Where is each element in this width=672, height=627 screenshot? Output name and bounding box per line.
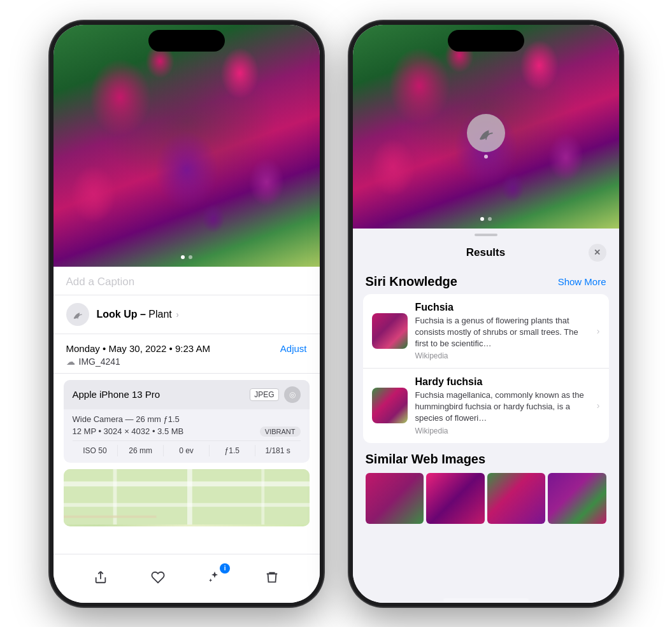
photo-area[interactable] bbox=[54, 25, 320, 267]
camera-model: Apple iPhone 13 Pro bbox=[73, 389, 161, 400]
siri-knowledge-header: Siri Knowledge Show More bbox=[353, 268, 619, 294]
similar-img-1[interactable] bbox=[366, 473, 424, 524]
svg-rect-5 bbox=[261, 469, 264, 525]
meta-row: Monday • May 30, 2022 • 9:23 AM Adjust bbox=[66, 343, 307, 354]
format-badge: JPEG bbox=[250, 388, 278, 401]
left-phone: Add a Caption Look Up – Plant › Mond bbox=[50, 21, 324, 607]
camera-header: Apple iPhone 13 Pro JPEG ◎ bbox=[64, 380, 310, 409]
filename: IMG_4241 bbox=[79, 356, 120, 367]
home-indicator-right bbox=[443, 598, 529, 602]
right-photo-area[interactable] bbox=[353, 25, 619, 229]
share-icon bbox=[94, 570, 108, 584]
camera-params: ISO 50 26 mm 0 ev ƒ1.5 1/181 s bbox=[73, 440, 301, 460]
page-dot-2 bbox=[189, 255, 192, 259]
trash-icon bbox=[265, 570, 279, 584]
svg-rect-2 bbox=[64, 503, 310, 507]
info-panel: Add a Caption Look Up – Plant › Mond bbox=[54, 267, 320, 554]
location-icon: ◎ bbox=[284, 386, 301, 403]
camera-specs: 12 MP • 3024 × 4032 • 3.5 MB bbox=[73, 426, 184, 436]
left-screen: Add a Caption Look Up – Plant › Mond bbox=[54, 25, 320, 603]
siri-leaf-icon bbox=[477, 124, 495, 142]
knowledge-item-hardy[interactable]: Hardy fuchsia Fuchsia magellanica, commo… bbox=[363, 368, 609, 443]
similar-images bbox=[366, 473, 606, 524]
hardy-name: Hardy fuchsia bbox=[415, 376, 589, 388]
map-area[interactable] bbox=[64, 469, 310, 526]
hardy-text: Hardy fuchsia Fuchsia magellanica, commo… bbox=[415, 376, 589, 435]
camera-wide: Wide Camera — 26 mm ƒ1.5 bbox=[73, 414, 301, 424]
heart-icon bbox=[151, 570, 165, 584]
meta-section: Monday • May 30, 2022 • 9:23 AM Adjust ☁… bbox=[54, 334, 320, 374]
map-roads-svg bbox=[64, 469, 310, 525]
hardy-chevron: › bbox=[597, 400, 600, 411]
param-ev: 0 ev bbox=[164, 445, 210, 456]
svg-rect-4 bbox=[187, 469, 192, 525]
adjust-button[interactable]: Adjust bbox=[280, 343, 307, 354]
similar-img-4[interactable] bbox=[548, 473, 606, 524]
camera-badges: JPEG ◎ bbox=[250, 386, 300, 403]
cloud-icon: ☁ bbox=[66, 356, 75, 367]
close-button[interactable]: ✕ bbox=[589, 244, 606, 262]
right-phone: Results ✕ Siri Knowledge Show More Fuchs… bbox=[349, 21, 623, 607]
fuchsia-text: Fuchsia Fuchsia is a genus of flowering … bbox=[415, 302, 589, 361]
hardy-desc: Fuchsia magellanica, commonly known as t… bbox=[415, 390, 589, 425]
show-more-button[interactable]: Show More bbox=[558, 276, 606, 287]
lookup-label: Look Up – Plant › bbox=[97, 309, 179, 320]
home-indicator-left bbox=[144, 598, 229, 602]
knowledge-item-fuchsia[interactable]: Fuchsia Fuchsia is a genus of flowering … bbox=[363, 294, 609, 369]
camera-specs-row: 12 MP • 3024 × 4032 • 3.5 MB VIBRANT bbox=[73, 426, 301, 437]
filename-row: ☁ IMG_4241 bbox=[66, 356, 307, 367]
siri-dot bbox=[484, 155, 488, 159]
fuchsia-chevron: › bbox=[597, 326, 600, 336]
lookup-row[interactable]: Look Up – Plant › bbox=[54, 295, 320, 334]
right-screen: Results ✕ Siri Knowledge Show More Fuchs… bbox=[353, 25, 619, 603]
knowledge-card: Fuchsia Fuchsia is a genus of flowering … bbox=[363, 294, 609, 443]
fuchsia-thumb-img bbox=[372, 313, 408, 349]
svg-rect-1 bbox=[64, 481, 310, 486]
leaf-icon bbox=[72, 309, 83, 320]
siri-knowledge-title: Siri Knowledge bbox=[366, 274, 457, 289]
hardy-thumb bbox=[372, 388, 408, 423]
meta-date: Monday • May 30, 2022 • 9:23 AM bbox=[66, 343, 210, 354]
lookup-chevron: › bbox=[176, 309, 179, 320]
flower-overlay bbox=[54, 25, 320, 267]
camera-detail: Wide Camera — 26 mm ƒ1.5 12 MP • 3024 × … bbox=[64, 409, 310, 463]
right-page-dot-1 bbox=[480, 217, 484, 221]
camera-section: Apple iPhone 13 Pro JPEG ◎ Wide Camera —… bbox=[64, 380, 310, 463]
page-indicator bbox=[181, 255, 192, 259]
lookup-icon bbox=[66, 303, 89, 326]
hardy-source: Wikipedia bbox=[415, 426, 589, 435]
hardy-thumb-img bbox=[372, 388, 408, 423]
bottom-toolbar: i bbox=[54, 554, 320, 603]
param-iso: ISO 50 bbox=[73, 445, 118, 456]
results-panel: Results ✕ Siri Knowledge Show More Fuchs… bbox=[353, 229, 619, 603]
info-badge: i bbox=[220, 563, 230, 574]
dynamic-island bbox=[148, 30, 225, 52]
vibrant-badge: VIBRANT bbox=[260, 426, 301, 437]
fuchsia-name: Fuchsia bbox=[415, 302, 589, 313]
delete-button[interactable] bbox=[259, 565, 285, 590]
siri-button[interactable] bbox=[467, 114, 505, 152]
svg-rect-6 bbox=[64, 515, 156, 518]
param-mm: 26 mm bbox=[118, 445, 164, 456]
fuchsia-source: Wikipedia bbox=[415, 351, 589, 360]
share-button[interactable] bbox=[88, 565, 113, 590]
fuchsia-desc: Fuchsia is a genus of flowering plants t… bbox=[415, 315, 589, 350]
caption-placeholder[interactable]: Add a Caption bbox=[66, 276, 135, 288]
results-title: Results bbox=[383, 246, 589, 259]
favorite-button[interactable] bbox=[145, 565, 171, 590]
right-page-dot-2 bbox=[488, 217, 492, 221]
dynamic-island-right bbox=[448, 30, 524, 52]
right-page-indicator bbox=[480, 217, 492, 221]
param-shutter: 1/181 s bbox=[255, 445, 301, 456]
fuchsia-thumb bbox=[372, 313, 408, 349]
caption-area[interactable]: Add a Caption bbox=[54, 267, 320, 295]
similar-img-2[interactable] bbox=[426, 473, 485, 524]
info-button[interactable]: i bbox=[202, 565, 227, 590]
similar-img-3[interactable] bbox=[487, 473, 546, 524]
similar-title: Similar Web Images bbox=[366, 452, 606, 467]
page-dot-1 bbox=[181, 255, 185, 259]
results-header: Results ✕ bbox=[353, 236, 619, 268]
sparkles-icon bbox=[208, 570, 222, 584]
similar-section: Similar Web Images bbox=[353, 443, 619, 529]
param-aperture: ƒ1.5 bbox=[210, 445, 255, 456]
